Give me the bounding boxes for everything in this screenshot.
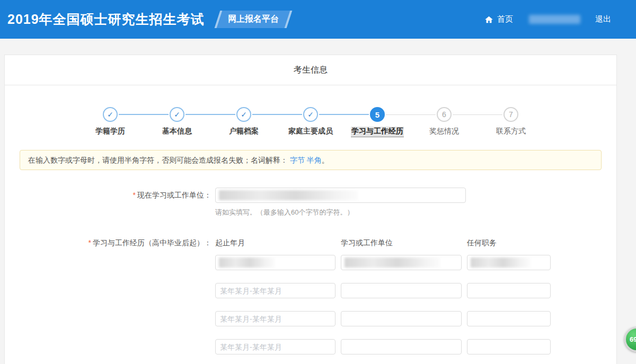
notice-link-halfwidth[interactable]: 半角 <box>307 156 322 164</box>
step-label: 奖惩情况 <box>429 127 459 136</box>
step-check-icon: ✓ <box>303 107 318 122</box>
step-label: 联系方式 <box>496 127 526 136</box>
home-link[interactable]: 首页 <box>484 14 513 24</box>
experience-cell <box>467 255 551 270</box>
floating-widget-value: 69 <box>630 335 636 343</box>
step-2[interactable]: ✓基本信息 <box>144 107 210 137</box>
required-mark: * <box>89 238 91 247</box>
step-4[interactable]: ✓家庭主要成员 <box>277 107 344 137</box>
current-unit-cell <box>215 188 466 203</box>
app-header: 2019年全国硕士研究生招生考试 网上报名平台 首页 退出 <box>0 0 636 39</box>
experience-column-headers: 起止年月 学习或工作单位 任何职务 <box>215 238 551 248</box>
current-unit-value-redacted <box>219 190 358 200</box>
experience-header-row: *学习与工作经历（高中毕业后起）： 起止年月 学习或工作单位 任何职务 <box>5 238 616 248</box>
experience-period-input-row3[interactable] <box>215 311 335 326</box>
step-label: 基本信息 <box>162 127 192 136</box>
experience-row-2 <box>215 283 616 298</box>
experience-cell <box>341 311 462 326</box>
experience-cell <box>467 311 551 326</box>
experience-cell <box>341 255 462 270</box>
experience-cell <box>341 339 462 354</box>
notice-suffix: 。 <box>322 156 329 164</box>
experience-period-input-row4[interactable] <box>215 339 335 354</box>
step-number: 7 <box>504 107 518 122</box>
candidate-form: *现在学习或工作单位： 请如实填写。（最多输入60个字节的字符。） *学习与工作… <box>5 188 616 364</box>
experience-cell <box>215 283 335 298</box>
step-7[interactable]: 7联系方式 <box>478 107 544 137</box>
floating-widget-badge[interactable]: 69 <box>624 327 636 352</box>
step-5[interactable]: 5学习与工作经历 <box>344 107 411 137</box>
experience-row-1 <box>215 255 616 270</box>
experience-cell <box>215 339 335 354</box>
step-3[interactable]: ✓户籍档案 <box>210 107 277 137</box>
platform-badge-label: 网上报名平台 <box>228 14 279 25</box>
username-redacted <box>529 15 580 24</box>
step-progress: ✓学籍学历✓基本信息✓户籍档案✓家庭主要成员5学习与工作经历6奖惩情况7联系方式 <box>77 107 544 137</box>
experience-unit-input-row4[interactable] <box>341 339 462 354</box>
home-icon <box>484 15 493 24</box>
step-1[interactable]: ✓学籍学历 <box>77 107 144 137</box>
current-unit-row: *现在学习或工作单位： <box>5 188 616 203</box>
section-title-bar: 考生信息 <box>5 55 616 85</box>
column-header-period: 起止年月 <box>215 238 341 248</box>
current-unit-label: *现在学习或工作单位： <box>5 188 211 203</box>
redacted-value <box>471 258 530 268</box>
step-check-icon: ✓ <box>103 107 118 122</box>
step-number: 5 <box>370 107 385 122</box>
experience-duty-input-row4[interactable] <box>467 339 551 354</box>
experience-rows <box>215 255 616 364</box>
step-label: 学籍学历 <box>95 127 125 136</box>
experience-row-3 <box>215 311 616 326</box>
experience-section: *学习与工作经历（高中毕业后起）： 起止年月 学习或工作单位 任何职务 <box>5 238 616 364</box>
notice-link-byte[interactable]: 字节 <box>290 156 305 164</box>
step-check-icon: ✓ <box>170 107 184 122</box>
step-6[interactable]: 6奖惩情况 <box>411 107 478 137</box>
experience-label: *学习与工作经历（高中毕业后起）： <box>5 238 211 247</box>
home-link-label: 首页 <box>497 14 513 24</box>
experience-duty-input-row2[interactable] <box>467 283 551 298</box>
experience-cell <box>467 339 551 354</box>
experience-unit-input-row3[interactable] <box>341 311 462 326</box>
redacted-value <box>219 258 275 268</box>
experience-unit-input-row2[interactable] <box>341 283 462 298</box>
step-check-icon: ✓ <box>236 107 251 122</box>
candidate-info-card: 考生信息 ✓学籍学历✓基本信息✓户籍档案✓家庭主要成员5学习与工作经历6奖惩情况… <box>4 55 617 364</box>
section-title: 考生信息 <box>294 65 328 76</box>
column-header-duty: 任何职务 <box>467 238 551 248</box>
notice-banner: 在输入数字或字母时，请使用半角字符，否则可能会造成报名失败；名词解释： 字节 半… <box>20 150 602 170</box>
current-unit-helper: 请如实填写。（最多输入60个字节的字符。） <box>215 208 616 217</box>
column-header-unit: 学习或工作单位 <box>341 238 467 248</box>
app-title: 2019年全国硕士研究生招生考试 <box>7 11 205 28</box>
experience-cell <box>341 283 462 298</box>
experience-duty-input-row3[interactable] <box>467 311 551 326</box>
step-label: 学习与工作经历 <box>351 127 404 137</box>
step-progress-wrap: ✓学籍学历✓基本信息✓户籍档案✓家庭主要成员5学习与工作经历6奖惩情况7联系方式 <box>5 85 616 137</box>
header-nav: 首页 退出 <box>484 14 611 24</box>
step-number: 6 <box>437 107 452 122</box>
experience-cell <box>467 283 551 298</box>
experience-cell <box>215 311 335 326</box>
experience-row-4 <box>215 339 616 354</box>
step-label: 家庭主要成员 <box>288 127 333 136</box>
experience-period-input-row2[interactable] <box>215 283 335 298</box>
step-label: 户籍档案 <box>229 127 259 136</box>
platform-badge: 网上报名平台 <box>214 11 292 28</box>
experience-cell <box>215 255 335 270</box>
redacted-value <box>344 258 440 268</box>
logout-link[interactable]: 退出 <box>595 14 611 24</box>
required-mark: * <box>133 191 136 199</box>
notice-text: 在输入数字或字母时，请使用半角字符，否则可能会造成报名失败；名词解释： <box>28 156 288 164</box>
